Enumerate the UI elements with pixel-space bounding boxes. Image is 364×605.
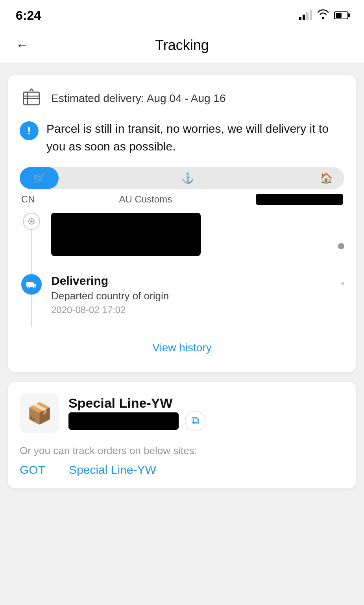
tracking-event-2: Delivering Departed country of origin 20… xyxy=(20,274,344,327)
event-left-1 xyxy=(20,213,43,274)
main-content: Estimated delivery: Aug 04 - Aug 16 ! Pa… xyxy=(0,63,364,500)
track-link-special-line-yw[interactable]: Special Line-YW xyxy=(69,463,156,477)
status-time: 6:24 xyxy=(16,8,41,23)
event-dot-right-1 xyxy=(338,243,344,249)
event-title-2: Delivering xyxy=(51,274,333,288)
track-links: GOT Special Line-YW xyxy=(20,463,344,477)
wifi-icon xyxy=(317,9,329,22)
svg-rect-1 xyxy=(24,92,39,96)
anchor-icon: ⚓ xyxy=(181,172,194,184)
event-redacted-image xyxy=(51,213,201,256)
tracking-number-row: ⧉ xyxy=(68,411,205,431)
signal-icon xyxy=(299,11,312,20)
progress-labels: CN AU Customs xyxy=(20,194,344,205)
home-icon: 🏠 xyxy=(320,172,333,184)
copy-button[interactable]: ⧉ xyxy=(185,411,205,431)
progress-active: 🛒 xyxy=(20,167,59,189)
svg-point-8 xyxy=(33,286,35,288)
delivery-icon-wrap xyxy=(20,87,43,110)
page-title: Tracking xyxy=(37,37,327,54)
back-button[interactable]: ← xyxy=(16,37,29,53)
event-line-2 xyxy=(31,295,32,327)
special-line-name: Special Line-YW xyxy=(68,395,205,411)
special-line-info: Special Line-YW ⧉ xyxy=(68,395,205,431)
progress-track: 🛒 ⚓ 🏠 xyxy=(20,167,344,189)
event-content-1 xyxy=(51,213,330,274)
svg-rect-6 xyxy=(26,282,33,287)
event-content-2: Delivering Departed country of origin 20… xyxy=(51,274,333,327)
label-cn: CN xyxy=(21,194,35,205)
view-history-button[interactable]: View history xyxy=(20,335,344,360)
delivery-text: Estimated delivery: Aug 04 - Aug 16 xyxy=(51,92,226,105)
event-dot-right-2 xyxy=(341,282,344,285)
tracking-card: Estimated delivery: Aug 04 - Aug 16 ! Pa… xyxy=(8,75,356,372)
event-dot-grey-1 xyxy=(23,213,40,230)
status-bar: 6:24 xyxy=(0,0,364,28)
nav-bar: ← Tracking xyxy=(0,28,364,63)
tracking-event-1 xyxy=(20,213,344,274)
label-customs: AU Customs xyxy=(119,194,172,205)
cart-icon: 🛒 xyxy=(33,172,46,184)
package-icon-wrap: 📦 xyxy=(20,393,59,433)
svg-point-5 xyxy=(30,220,33,223)
package-icon: 📦 xyxy=(27,401,52,425)
delivery-icon xyxy=(21,88,42,109)
alert-icon: ! xyxy=(20,121,39,140)
alert-text: Parcel is still in transit, no worries, … xyxy=(46,120,344,155)
event-line-1 xyxy=(31,230,32,274)
label-destination-redacted xyxy=(256,194,343,205)
event-time-2: 2020-08-02 17:02 xyxy=(51,304,333,315)
alert-row: ! Parcel is still in transit, no worries… xyxy=(20,120,344,155)
status-icons xyxy=(299,9,348,22)
tracking-events: Delivering Departed country of origin 20… xyxy=(20,213,344,327)
event-subtitle-2: Departed country of origin xyxy=(51,290,333,302)
or-track-text: Or you can track orders on below sites: xyxy=(20,445,344,457)
event-dot-blue-2 xyxy=(21,274,42,295)
progress-section: 🛒 ⚓ 🏠 CN AU Customs xyxy=(20,167,344,205)
track-link-got[interactable]: GOT xyxy=(20,463,45,477)
special-line-card: 📦 Special Line-YW ⧉ Or you can track ord… xyxy=(8,382,356,488)
special-line-header: 📦 Special Line-YW ⧉ xyxy=(20,393,344,433)
battery-icon xyxy=(334,11,348,19)
tracking-number-redacted xyxy=(68,412,179,430)
delivery-info: Estimated delivery: Aug 04 - Aug 16 xyxy=(20,87,344,110)
event-left-2 xyxy=(20,274,43,327)
svg-point-7 xyxy=(28,286,30,288)
